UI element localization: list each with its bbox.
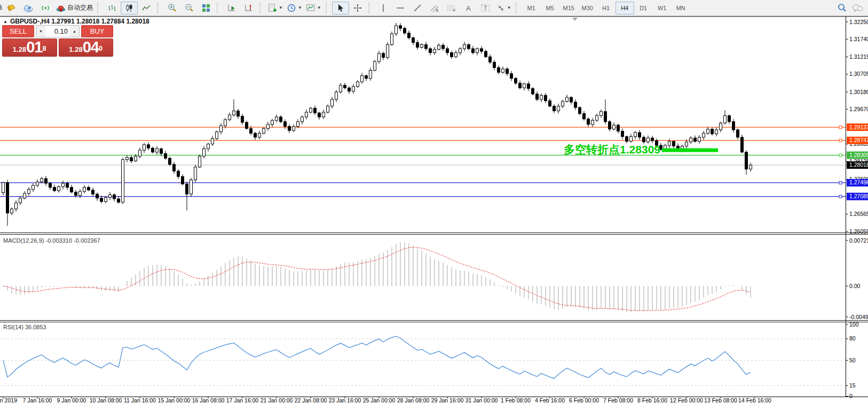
autotrading-button[interactable]: 自动交易 — [54, 2, 95, 14]
macd-axis-label: 0.007216 — [849, 237, 868, 244]
buy-button[interactable]: BUY — [81, 25, 113, 37]
trendline-button[interactable] — [409, 2, 426, 14]
cursor-button[interactable] — [332, 2, 349, 14]
timeframe-M15[interactable]: M15 — [559, 2, 578, 14]
svg-text:F: F — [453, 9, 455, 12]
volume-up-button[interactable]: ▲ — [70, 26, 79, 37]
svg-text:A: A — [466, 4, 471, 12]
rsi-axis-label: 80 — [849, 335, 856, 342]
chat-icon[interactable] — [852, 4, 863, 12]
price-tick-label: 1.31215 — [849, 53, 868, 60]
vertical-line-button[interactable] — [375, 2, 392, 14]
time-axis-label: 4 Jan 2019 — [0, 397, 17, 404]
dropdown-caret-icon: ▼ — [298, 5, 302, 10]
text-button[interactable]: A — [460, 2, 477, 14]
time-axis-label: 22 Jan 08:00 — [295, 397, 327, 404]
rsi-axis-label: 100 — [849, 321, 859, 328]
bar-chart-icon — [108, 4, 116, 12]
cloud-icon — [23, 4, 34, 12]
periods-button[interactable]: ▼ — [285, 2, 304, 14]
main-chart-layer: 多空转折点1.28309 — [0, 18, 846, 226]
fibonacci-button[interactable]: F — [443, 2, 460, 14]
svg-text:E: E — [436, 9, 439, 12]
signals-button[interactable] — [37, 2, 54, 14]
zoom-in-button[interactable] — [163, 2, 180, 14]
rsi-axis-label: 0 — [849, 393, 853, 399]
chart-shift-button[interactable] — [240, 2, 257, 14]
line-chart-icon — [142, 4, 151, 12]
collapse-arrow-icon[interactable]: ▲ — [3, 19, 7, 24]
equidistant-channel-button[interactable]: E — [426, 2, 443, 14]
time-axis-label: 23 Jan 16:00 — [329, 397, 361, 404]
buy-price[interactable]: 1.28040 — [59, 38, 114, 57]
indicators-button[interactable]: ▼ — [266, 2, 285, 14]
zoom-in-icon — [168, 3, 177, 12]
macd-label: MACD(12,26,9) -0.003310 -0.002367 — [3, 237, 100, 244]
one-click-trading-panel: SELL ▼ ▲ BUY 1.28018 1.28040 — [2, 25, 113, 57]
time-axis-label: 8 Feb 16:00 — [637, 397, 667, 404]
autotrading-label: 自动交易 — [67, 3, 93, 12]
fibonacci-icon: F — [447, 4, 456, 12]
rsi-axis-label: 15 — [849, 382, 856, 389]
dropdown-caret-icon: ▼ — [317, 5, 321, 10]
time-axis-label: 11 Jan 16:00 — [124, 397, 156, 404]
toolbar-right — [838, 3, 863, 12]
price-tick-label: 1.31740 — [849, 36, 868, 42]
volume-down-button[interactable]: ▼ — [36, 26, 45, 37]
sell-price-prefix: 1.28 — [13, 44, 26, 55]
price-tag-label: 1.28309 — [849, 152, 868, 158]
rsi-axis-label: 50 — [849, 357, 856, 363]
timeframe-W1[interactable]: W1 — [653, 2, 672, 14]
vertical-line-icon — [380, 4, 386, 12]
templates-button[interactable]: ▼ — [304, 2, 323, 14]
rsi-layer — [0, 336, 846, 385]
timeframe-D1[interactable]: D1 — [634, 2, 653, 14]
auto-scroll-button[interactable] — [223, 2, 240, 14]
candlestick-chart-button[interactable] — [121, 2, 138, 14]
rsi-label: RSI(14) 36.0853 — [3, 324, 46, 330]
horizontal-line-button[interactable] — [392, 2, 409, 14]
mql5-community-button[interactable] — [20, 2, 37, 14]
timeframe-M5[interactable]: M5 — [541, 2, 559, 14]
time-axis-label: 6 Feb 00:00 — [569, 397, 599, 404]
bar-chart-button[interactable] — [104, 2, 121, 14]
template-icon — [306, 4, 315, 12]
time-axis-label: 4 Feb 16:00 — [535, 397, 565, 404]
sell-price[interactable]: 1.28018 — [2, 38, 57, 57]
timeframe-H1[interactable]: H1 — [597, 2, 616, 14]
expert-hat-icon — [56, 4, 66, 12]
arrows-icon — [496, 4, 505, 12]
candles-layer — [2, 23, 752, 226]
timeframe-H4[interactable]: H4 — [616, 2, 634, 14]
cursor-icon — [337, 4, 344, 12]
toolbar-grip — [259, 3, 263, 13]
time-axis-label: 7 Jan 16:00 — [23, 397, 52, 404]
candlestick-icon — [125, 4, 133, 12]
toolbar-grip — [326, 3, 329, 13]
dropdown-caret-icon: ▼ — [507, 5, 511, 10]
timeframe-M30[interactable]: M30 — [578, 2, 597, 14]
price-tick-label: 1.26565 — [849, 211, 868, 217]
axis-layer: 1.322501.317401.312151.307051.301801.296… — [0, 16, 868, 404]
sell-button[interactable]: SELL — [2, 25, 34, 37]
zoom-out-button[interactable] — [180, 2, 198, 14]
volume-input[interactable] — [45, 26, 70, 37]
crosshair-icon — [353, 4, 362, 12]
price-tick-label: 1.32250 — [849, 19, 868, 25]
metaquotes-button[interactable] — [3, 2, 20, 14]
price-tag-label: 1.28018 — [849, 161, 868, 168]
search-icon[interactable] — [838, 3, 847, 12]
chart-canvas[interactable]: 多空转折点1.283091.322501.317401.312151.30705… — [0, 0, 868, 411]
gold-bar-icon — [6, 4, 16, 12]
text-label-button[interactable]: T — [477, 2, 494, 14]
line-chart-button[interactable] — [138, 2, 155, 14]
arrows-button[interactable]: ▼ — [494, 2, 514, 14]
crosshair-button[interactable] — [349, 2, 366, 14]
price-tick-label: 1.26055 — [849, 228, 868, 235]
symbol-ohlc-text: GBPUSD-,H4 1.27991 1.28018 1.27884 1.280… — [10, 18, 149, 25]
timeframe-MN[interactable]: MN — [672, 2, 690, 14]
tile-windows-button[interactable] — [198, 2, 215, 14]
chart-title: ▲ GBPUSD-,H4 1.27991 1.28018 1.27884 1.2… — [3, 18, 149, 25]
time-axis-label: 21 Jan 00:00 — [261, 397, 293, 404]
timeframe-M1[interactable]: M1 — [522, 2, 541, 14]
